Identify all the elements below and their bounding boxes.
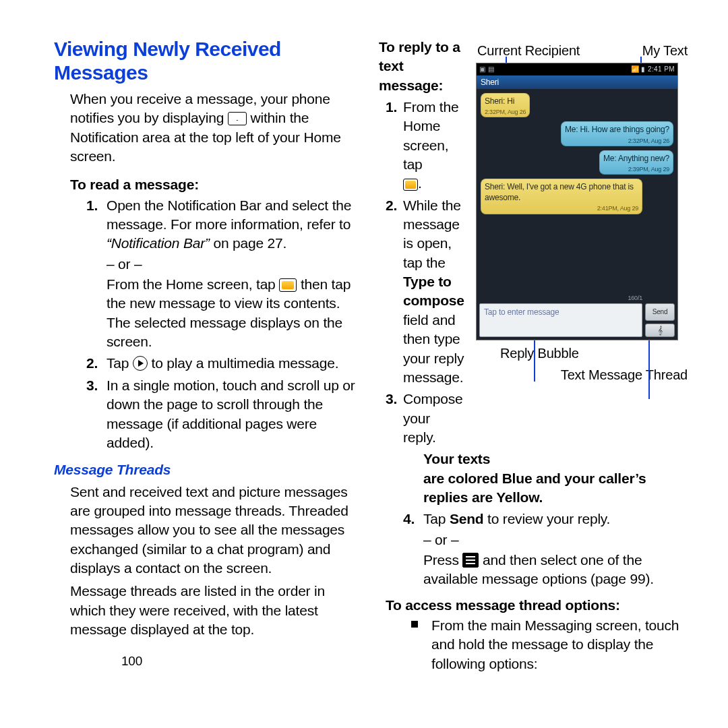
step-number: 2.: [86, 354, 98, 373]
read-message-label: To read a message:: [70, 175, 363, 194]
reply-label: To reply to a text message:: [379, 38, 466, 95]
bubble-me: Me: Anything new? 2:39PM, Aug 29: [599, 150, 673, 175]
reply-steps-bottom: 4. Tap Send to review your reply. – or –…: [403, 510, 688, 588]
message-list: Sheri: Hi 2:32PM, Aug 26 Me: Hi. How are…: [477, 89, 677, 218]
r4a: Tap: [423, 511, 450, 526]
step-number: 1.: [86, 196, 98, 215]
bubble-timestamp: 2:32PM, Aug 26: [485, 108, 526, 116]
r4b: to review your reply.: [483, 511, 610, 526]
step-number: 3.: [86, 376, 98, 395]
phone-screenshot: ▣ ▤ 📶 ▮ 2:41 PM Sheri Sheri: Hi 2:32PM, …: [476, 63, 678, 340]
access-options-label: To access message thread options:: [386, 596, 688, 615]
r1a: From the Home screen, tap: [403, 99, 458, 172]
read-step1b: on page 27.: [213, 235, 286, 251]
r2a: While the message is open, tap the: [403, 198, 461, 270]
bubble-text: Me: Hi. How are things going?: [565, 124, 669, 135]
intro-paragraph: When you receive a message, your phone n…: [70, 90, 363, 166]
status-bar: ▣ ▤ 📶 ▮ 2:41 PM: [477, 63, 677, 75]
list-item: From the main Messaging screen, touch an…: [411, 616, 688, 673]
label-current-recipient: Current Recipient: [477, 42, 580, 60]
step-number: 1.: [386, 98, 397, 117]
read-step2b: to play a multimedia message.: [152, 355, 339, 371]
messaging-app-icon: [403, 179, 418, 191]
r3: Compose your reply.: [403, 391, 462, 445]
bubble-timestamp: 2:32PM, Aug 26: [565, 137, 669, 145]
threads-p2: Message threads are listed in the order …: [70, 582, 363, 639]
access-1: From the main Messaging screen, touch an…: [431, 617, 679, 671]
bubble-recipient: Sheri: Well, I've got a new 4G phone tha…: [481, 179, 642, 214]
read-step3: In a single motion, touch and scroll up …: [107, 377, 355, 450]
color-note: are colored Blue and your caller’s repli…: [423, 469, 688, 508]
status-right: 📶 ▮ 2:41 PM: [631, 65, 675, 74]
menu-icon: [462, 553, 479, 568]
step-number: 4.: [403, 510, 415, 528]
r4-bold: Send: [450, 511, 484, 526]
r1b: .: [418, 175, 422, 191]
reply-steps-top: 1. From the Home screen, tap . 2. While …: [386, 98, 466, 447]
messaging-app-icon: [279, 278, 297, 292]
r2-bold: Type to compose: [403, 274, 464, 308]
envelope-icon: [228, 112, 247, 125]
send-button[interactable]: Send: [645, 303, 675, 321]
section-title: Viewing Newly Received Messages: [54, 38, 363, 84]
conversation-header: Sheri: [477, 75, 677, 89]
bubble-me: Me: Hi. How are things going? 2:32PM, Au…: [561, 121, 673, 146]
page-number: 100: [121, 653, 363, 670]
or-divider: – or –: [107, 255, 363, 274]
bubble-recipient: Sheri: Hi 2:32PM, Aug 26: [481, 93, 530, 117]
read-step2a: Tap: [107, 355, 133, 371]
label-text-thread: Text Message Thread: [561, 367, 688, 382]
r4c-a: Press: [423, 552, 462, 568]
status-time: 2:41 PM: [648, 65, 675, 73]
compose-input[interactable]: Tap to enter message: [479, 303, 642, 337]
message-threads-title: Message Threads: [54, 460, 363, 479]
compose-area: Tap to enter message Send 𝄞: [479, 303, 675, 337]
label-my-text: My Text: [642, 42, 688, 60]
read-step1a: Open the Notification Bar and select the…: [107, 198, 351, 232]
bubble-timestamp: 2:39PM, Aug 29: [603, 165, 669, 173]
step-number: 3.: [386, 390, 397, 408]
play-icon: [133, 356, 148, 371]
attach-button[interactable]: 𝄞: [645, 324, 675, 337]
your-texts-label: Your texts: [423, 451, 490, 466]
char-counter: 160/1: [628, 294, 642, 302]
read-steps: 1. Open the Notification Bar and select …: [86, 196, 363, 452]
step-number: 2.: [386, 196, 397, 215]
bubble-text: Sheri: Hi: [485, 96, 526, 107]
read-step1-ref: “Notification Bar”: [107, 235, 213, 251]
bubble-timestamp: 2:41PM, Aug 29: [485, 204, 638, 212]
bubble-text: Me: Anything new?: [603, 153, 669, 164]
bubble-text: Sheri: Well, I've got a new 4G phone tha…: [485, 181, 638, 203]
r2b: field and then type your reply message.: [403, 312, 464, 385]
label-reply-bubble: Reply Bubble: [500, 344, 579, 363]
access-options-list: From the main Messaging screen, touch an…: [411, 616, 688, 673]
or-divider: – or –: [423, 530, 688, 549]
read-step1c-a: From the Home screen, tap: [107, 276, 279, 292]
status-left-icons: ▣ ▤: [479, 65, 494, 74]
threads-p1: Sent and received text and picture messa…: [70, 483, 363, 578]
